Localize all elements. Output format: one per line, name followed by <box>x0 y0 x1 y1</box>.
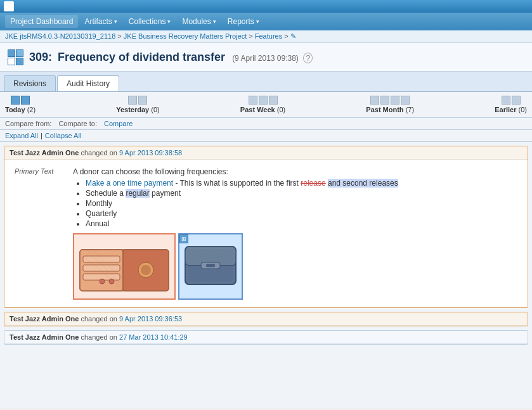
time-group-today: Today (2) <box>5 96 36 113</box>
time-group-past-week: Past Week (0) <box>240 96 285 113</box>
nav-reports[interactable]: Reports ▾ <box>223 15 264 28</box>
past-month-btn-3[interactable] <box>391 96 399 105</box>
intro-text: A donor can choose the following frequen… <box>73 167 522 176</box>
past-month-btn-2[interactable] <box>380 96 389 105</box>
audit-entry-3-date: 27 Mar 2013 10:41:29 <box>119 333 188 341</box>
page-title: 309: Frequency of dividend transfer (9 A… <box>29 51 313 64</box>
audit-entry-1-field-label: Primary Text <box>10 165 73 302</box>
svg-rect-16 <box>206 264 215 267</box>
wallet-image-1-box <box>73 233 176 300</box>
page-header: 309: Frequency of dividend transfer (9 A… <box>0 43 532 72</box>
breadcrumb-project-name[interactable]: JKE Business Recovery Matters Project <box>124 32 247 40</box>
app-logo <box>4 1 14 11</box>
wallet-image-1 <box>77 237 172 294</box>
yesterday-btn-1[interactable] <box>128 96 137 105</box>
audit-entry-2-date: 9 Apr 2013 09:36:53 <box>119 315 182 323</box>
yesterday-label[interactable]: Yesterday (0) <box>116 106 160 113</box>
nav-collections[interactable]: Collections ▾ <box>124 15 176 28</box>
time-group-past-month: Past Month (7) <box>366 96 414 113</box>
highlight-second-releases: and second releases <box>328 179 398 188</box>
past-month-buttons <box>370 96 410 105</box>
past-week-buttons <box>249 96 278 105</box>
today-btn-1[interactable] <box>11 96 20 105</box>
compare-action[interactable]: Compare <box>104 120 133 127</box>
tab-audit-history[interactable]: Audit History <box>57 75 119 91</box>
audit-entry-1-field-content: A donor can choose the following frequen… <box>73 165 522 302</box>
audit-entry-3-header: Test Jazz Admin One changed on 27 Mar 20… <box>4 331 528 344</box>
audit-entry-2: Test Jazz Admin One changed on 9 Apr 201… <box>4 312 528 326</box>
expand-collapse-bar: Expand All | Collapse All <box>0 130 532 142</box>
audit-entry-2-changed-on-label: changed on <box>81 315 117 323</box>
time-selector: Today (2) Yesterday (0) Past Week (0) <box>0 92 532 118</box>
earlier-btn-2[interactable] <box>512 96 521 105</box>
frequency-list: Make a one time payment - This is what i… <box>73 179 522 228</box>
image-container: ⊞ <box>73 233 522 300</box>
help-icon[interactable]: ? <box>303 53 313 63</box>
audit-entry-1-date: 9 Apr 2013 09:38:58 <box>119 149 182 157</box>
past-month-btn-4[interactable] <box>401 96 410 105</box>
yesterday-btn-2[interactable] <box>138 96 147 105</box>
highlight-regular: regular <box>126 189 149 198</box>
artifacts-chevron-icon: ▾ <box>114 18 117 25</box>
nav-artifacts[interactable]: Artifacts ▾ <box>79 15 122 28</box>
nav-modules[interactable]: Modules ▾ <box>177 15 221 28</box>
breadcrumb-edit-icon[interactable]: ✎ <box>290 32 296 40</box>
time-group-yesterday: Yesterday (0) <box>116 96 160 113</box>
earlier-label[interactable]: Earlier (0) <box>495 106 527 113</box>
wallet-image-2-box: ⊞ <box>178 233 243 300</box>
main-nav: Project Dashboard Artifacts ▾ Collection… <box>0 13 532 30</box>
past-week-label[interactable]: Past Week (0) <box>240 106 285 113</box>
reports-chevron-icon: ▾ <box>256 18 259 25</box>
past-month-btn-1[interactable] <box>370 96 379 105</box>
svg-point-7 <box>141 265 151 275</box>
today-label[interactable]: Today (2) <box>5 106 36 113</box>
audit-entry-3-changed-on-label: changed on <box>81 333 117 341</box>
breadcrumb: JKE jtsRMS4.0.3-N20130319_2118 > JKE Bus… <box>0 30 532 43</box>
collections-chevron-icon: ▾ <box>167 18 171 25</box>
audit-entry-2-author: Test Jazz Admin One <box>10 315 79 323</box>
audit-entry-1: Test Jazz Admin One changed on 9 Apr 201… <box>4 146 528 308</box>
list-item-5: Annual <box>86 219 522 228</box>
breadcrumb-project[interactable]: JKE jtsRMS4.0.3-N20130319_2118 <box>5 32 115 40</box>
time-group-earlier: Earlier (0) <box>495 96 527 113</box>
svg-point-12 <box>109 279 114 284</box>
compare-from-blank <box>54 120 56 127</box>
tab-bar: Revisions Audit History <box>0 72 532 92</box>
svg-point-11 <box>100 279 105 284</box>
list-item-4: Quarterly <box>86 209 522 218</box>
make-payment-link[interactable]: Make a one time payment <box>86 179 173 188</box>
today-btn-2[interactable] <box>21 96 30 105</box>
compare-to-label: Compare to: <box>58 120 97 127</box>
breadcrumb-features[interactable]: Features <box>255 32 282 40</box>
audit-container: Test Jazz Admin One changed on 9 Apr 201… <box>0 142 532 408</box>
audit-entry-2-header: Test Jazz Admin One changed on 9 Apr 201… <box>4 312 528 326</box>
past-week-btn-1[interactable] <box>249 96 257 105</box>
compare-bar: Compare from: Compare to: Compare <box>0 118 532 130</box>
audit-entry-3: Test Jazz Admin One changed on 27 Mar 20… <box>4 330 528 345</box>
selection-handle-icon: ⊞ <box>179 234 188 243</box>
earlier-btn-1[interactable] <box>502 96 510 105</box>
strikethrough-release: release <box>301 179 325 188</box>
audit-entry-1-changed-on-label: changed on <box>81 149 117 157</box>
earlier-buttons <box>502 96 521 105</box>
audit-entry-1-body: Primary Text A donor can choose the foll… <box>4 160 528 307</box>
compare-from-label: Compare from: <box>5 120 51 127</box>
nav-project-dashboard[interactable]: Project Dashboard <box>5 15 78 28</box>
list-item-1: Make a one time payment - This is what i… <box>86 179 522 188</box>
wallet-image-2 <box>182 237 239 294</box>
compare-to-blank <box>100 120 101 127</box>
tab-revisions[interactable]: Revisions <box>4 75 56 91</box>
collapse-all-link[interactable]: Collapse All <box>45 132 81 139</box>
artifact-icon <box>5 47 25 67</box>
past-week-btn-2[interactable] <box>259 96 268 105</box>
top-bar <box>0 0 532 13</box>
list-item-3: Monthly <box>86 199 522 208</box>
audit-entry-1-header: Test Jazz Admin One changed on 9 Apr 201… <box>4 146 528 160</box>
expand-collapse-separator: | <box>41 132 42 139</box>
expand-all-link[interactable]: Expand All <box>5 132 38 139</box>
past-week-btn-3[interactable] <box>269 96 278 105</box>
yesterday-buttons <box>128 96 147 105</box>
today-buttons <box>11 96 30 105</box>
past-month-label[interactable]: Past Month (7) <box>366 106 414 113</box>
audit-entry-1-author: Test Jazz Admin One <box>10 149 79 157</box>
